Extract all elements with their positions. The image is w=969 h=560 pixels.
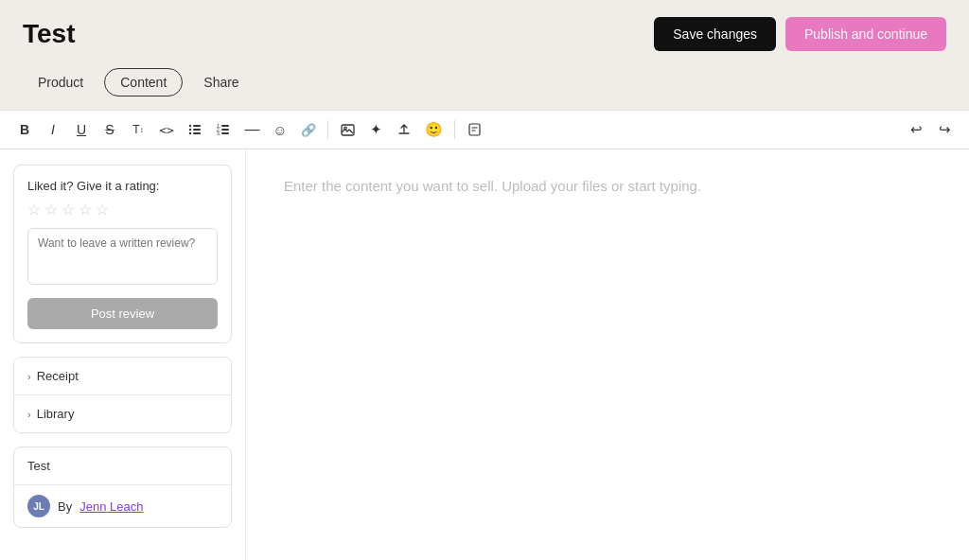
publish-continue-button[interactable]: Publish and continue: [785, 17, 946, 51]
list-ordered-button[interactable]: 1.2.3.: [210, 116, 237, 143]
redo-button[interactable]: ↪: [931, 116, 958, 143]
library-chevron-icon: ›: [27, 409, 31, 420]
svg-rect-7: [221, 125, 229, 127]
svg-text:3.: 3.: [217, 131, 220, 136]
toolbar-separator-1: [327, 120, 328, 139]
preview-panel: Liked it? Give it a rating: ☆ ☆ ☆ ☆ ☆ Po…: [0, 149, 246, 560]
star-4[interactable]: ☆: [79, 201, 92, 219]
stars-container: ☆ ☆ ☆ ☆ ☆: [27, 201, 218, 219]
receipt-label: Receipt: [37, 369, 79, 383]
image-button[interactable]: [334, 116, 361, 143]
receipt-chevron-icon: ›: [27, 371, 31, 382]
star-3[interactable]: ☆: [62, 201, 75, 219]
svg-rect-9: [221, 129, 229, 131]
strikethrough-button[interactable]: S: [97, 116, 123, 143]
star-1[interactable]: ☆: [27, 201, 41, 219]
svg-point-0: [189, 125, 191, 127]
star-5[interactable]: ☆: [96, 201, 109, 219]
library-label: Library: [37, 407, 75, 421]
editor-placeholder: Enter the content you want to sell. Uplo…: [284, 178, 701, 194]
rating-label: Liked it? Give it a rating:: [27, 179, 218, 193]
star-2[interactable]: ☆: [44, 201, 58, 219]
svg-rect-1: [193, 125, 201, 127]
svg-rect-5: [193, 132, 201, 134]
italic-button[interactable]: I: [40, 116, 66, 143]
svg-point-2: [189, 129, 191, 131]
library-item[interactable]: › Library: [14, 395, 231, 432]
tab-share[interactable]: Share: [188, 69, 254, 96]
product-card-title: Test: [14, 447, 231, 485]
sparkle-button[interactable]: ✦: [362, 116, 389, 143]
list-unordered-button[interactable]: [182, 116, 208, 143]
product-card: Test JL By Jenn Leach: [13, 446, 232, 528]
header: Test Save changes Publish and continue: [0, 0, 969, 68]
text-size-button[interactable]: T↕: [125, 116, 151, 143]
svg-rect-11: [221, 132, 229, 134]
toolbar-separator-2: [454, 120, 455, 139]
horizontal-rule-button[interactable]: —: [238, 116, 265, 143]
bold-button[interactable]: B: [11, 116, 38, 143]
undo-button[interactable]: ↩: [903, 116, 929, 143]
post-review-button[interactable]: Post review: [27, 298, 218, 329]
underline-button[interactable]: U: [68, 116, 95, 143]
svg-rect-3: [193, 129, 201, 131]
toolbar-right-actions: ↩ ↪: [903, 116, 958, 143]
rating-card: Liked it? Give it a rating: ☆ ☆ ☆ ☆ ☆ Po…: [13, 165, 232, 343]
tab-content[interactable]: Content: [104, 68, 183, 96]
product-author: JL By Jenn Leach: [14, 485, 231, 527]
file-button[interactable]: [461, 116, 487, 143]
header-actions: Save changes Publish and continue: [654, 17, 946, 51]
receipt-item[interactable]: › Receipt: [14, 358, 231, 395]
author-link[interactable]: Jenn Leach: [79, 499, 143, 514]
avatar: JL: [27, 495, 50, 517]
upload-button[interactable]: [391, 116, 417, 143]
tabs-nav: Product Content Share: [0, 68, 969, 110]
reaction-button[interactable]: 🙂: [419, 116, 449, 143]
emoji-button[interactable]: ☺: [267, 116, 293, 143]
main-content: Liked it? Give it a rating: ☆ ☆ ☆ ☆ ☆ Po…: [0, 149, 969, 560]
code-inline-button[interactable]: <>: [153, 116, 180, 143]
review-textarea[interactable]: [27, 228, 218, 285]
tab-product[interactable]: Product: [23, 69, 98, 96]
collapsible-card: › Receipt › Library: [13, 357, 232, 433]
editor-toolbar: B I U S T↕ <> 1.2.3. — ☺ 🔗 ✦ 🙂 ↩ ↪: [0, 110, 969, 149]
save-changes-button[interactable]: Save changes: [654, 17, 776, 51]
link-button[interactable]: 🔗: [295, 116, 322, 143]
editor-area[interactable]: Enter the content you want to sell. Uplo…: [246, 149, 969, 560]
author-prefix: By: [58, 499, 72, 514]
svg-point-4: [189, 132, 191, 134]
page-title: Test: [23, 19, 76, 49]
svg-rect-14: [469, 124, 480, 135]
